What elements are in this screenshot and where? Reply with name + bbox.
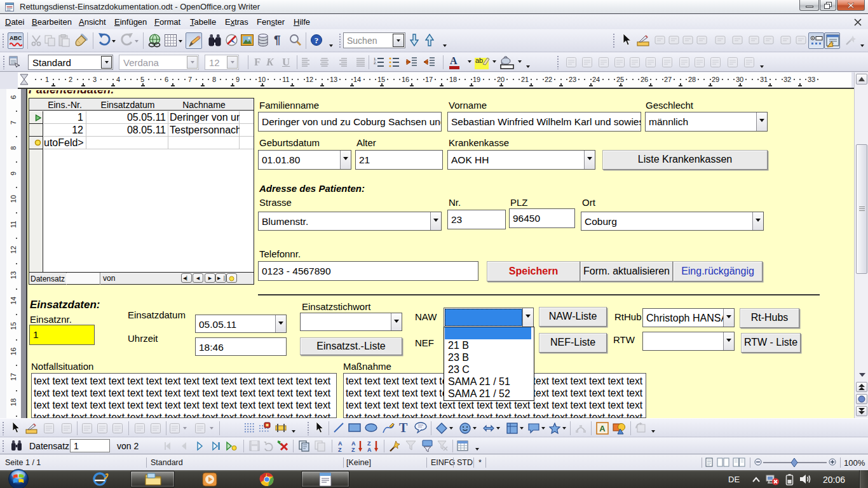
svg-text:A: A bbox=[351, 440, 356, 447]
svg-text:Z: Z bbox=[351, 447, 355, 452]
svg-text:Z: Z bbox=[338, 447, 342, 452]
svg-text:A: A bbox=[367, 447, 372, 452]
svg-text:2.: 2. bbox=[374, 61, 377, 65]
svg-text:A: A bbox=[599, 424, 606, 433]
svg-text:?: ? bbox=[315, 36, 319, 45]
svg-text:ab: ab bbox=[475, 57, 483, 64]
svg-text:A: A bbox=[338, 440, 342, 447]
svg-text:Z: Z bbox=[367, 440, 371, 447]
